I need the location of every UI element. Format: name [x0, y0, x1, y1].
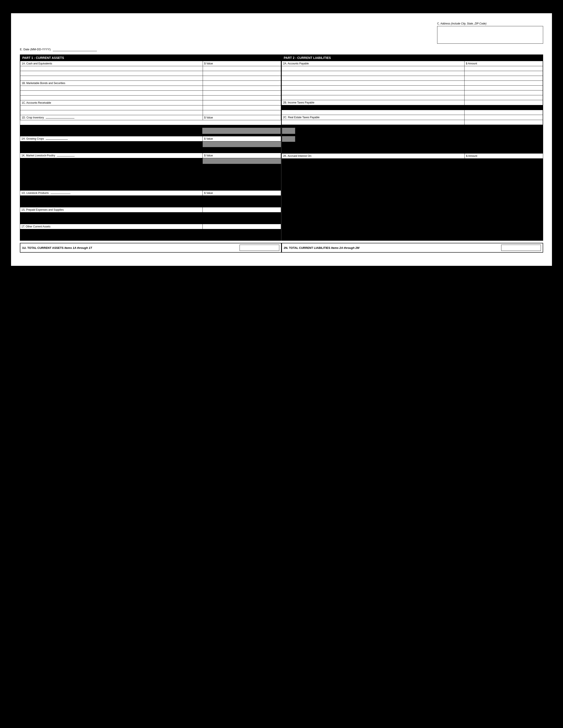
row-1s: 1S. Prepaid Expenses and Supplies: [20, 207, 281, 212]
row-2c-empty1: [282, 120, 543, 125]
part1-table: 1A. Cash and Equivalents $ Value 1B. Mar…: [20, 61, 281, 120]
row-1k-black: [20, 158, 281, 164]
label-1s: 1S. Prepaid Expenses and Supplies: [20, 207, 203, 212]
row-2a-empty7: [282, 95, 543, 100]
label-1h: 1H. Growing Crops: [20, 136, 203, 141]
right-1s: [282, 207, 543, 224]
row-1t-black: [20, 229, 281, 235]
left-1t: 1T. Other Current Assets: [20, 224, 282, 241]
row-2a-empty4: [282, 81, 543, 86]
label-2a: 2A. Accounts Payable: [282, 61, 465, 66]
label-1d: 1D. Crop Inventory: [20, 115, 203, 120]
table-1o: 1O. Livestock Products $ Value: [20, 190, 281, 207]
address-box[interactable]: [437, 26, 543, 44]
label-2b: 2B. Income Taxes Payable: [282, 100, 465, 105]
row-1h-black: [20, 141, 281, 147]
date-label: E. Date (MM-DD-YYYY): [20, 48, 51, 51]
row-2a-empty2: [282, 71, 543, 76]
section-1s: 1S. Prepaid Expenses and Supplies: [20, 207, 543, 224]
section-1t: 1T. Other Current Assets: [20, 224, 543, 241]
value-1k: $ Value: [203, 153, 281, 158]
right-1k: 2K. Accrued Interest On: $ Amount: [282, 153, 543, 164]
total-1u-label: 1U. TOTAL CURRENT ASSETS Items 1A throug…: [22, 246, 92, 250]
row-1b: 1B. Marketable Bonds and Securities: [20, 81, 281, 86]
row-1o-black2: [20, 201, 281, 207]
left-1k: 1K. Market Livestock-Poultry $ Value: [20, 153, 282, 164]
total-left: 1U. TOTAL CURRENT ASSETS Items 1A throug…: [20, 243, 282, 253]
value-1c: [203, 100, 281, 105]
row-1s-black: [20, 212, 281, 218]
left-black-1: [20, 127, 282, 136]
total-2n-italic: Items 2A through 2M: [331, 246, 360, 250]
row-1b-empty2: [20, 91, 281, 96]
address-label-italic: (Include City, State, ZIP Code): [451, 22, 486, 25]
date-row: E. Date (MM-DD-YYYY): [20, 47, 543, 51]
value-1o: $ Value: [203, 191, 281, 196]
row-2a: 2A. Accounts Payable $ Amount: [282, 61, 543, 66]
total-1u-box[interactable]: [239, 245, 279, 251]
black-spacer-2: [20, 173, 543, 182]
part2-table: 2A. Accounts Payable $ Amount 2B. Income…: [282, 61, 543, 125]
row-2a-empty1: [282, 66, 543, 71]
right-1t: [282, 224, 543, 241]
header-right: C. Address (Include City, State, ZIP Cod…: [437, 22, 543, 44]
part1-header: PART 1 - CURRENT ASSETS: [20, 55, 281, 61]
value-1s: [203, 207, 281, 212]
black-spacer-3: [20, 182, 543, 190]
row-1h-black2: [20, 147, 281, 153]
label-2k: 2K. Accrued Interest On:: [282, 154, 465, 159]
section-1d-2c-ext: [20, 125, 543, 136]
row-1t: 1T. Other Current Assets: [20, 224, 281, 229]
value-1d: $ Value: [203, 115, 281, 120]
row-1b-empty3: [20, 96, 281, 100]
row-1c: 1C. Accounts Receivable: [20, 100, 281, 105]
row-1b-empty1: [20, 86, 281, 91]
label-2c: 2C. Real Estate Taxes Payable: [282, 115, 465, 120]
table-1t: 1T. Other Current Assets: [20, 224, 281, 241]
row-1c-empty1: [20, 105, 281, 110]
page: C. Address (Include City, State, ZIP Cod…: [11, 13, 552, 266]
row-2b-empty1: [282, 110, 543, 115]
total-2n-label: 2N. TOTAL CURRENT LIABILITIES Items 2A t…: [284, 246, 360, 250]
label-1c: 1C. Accounts Receivable: [20, 100, 203, 105]
part2-header: PART 2 - CURRENT LIABILITIES: [282, 55, 543, 61]
label-1k: 1K. Market Livestock-Poultry: [20, 153, 203, 158]
value-1h: $ Value: [203, 136, 281, 141]
date-input[interactable]: [53, 47, 97, 51]
header-left: [20, 22, 433, 44]
row-2k: 2K. Accrued Interest On: $ Amount: [282, 154, 543, 159]
label-1t: 1T. Other Current Assets: [20, 224, 203, 229]
value-1b: [203, 81, 281, 86]
value-2a: $ Amount: [465, 61, 543, 66]
row-1o: 1O. Livestock Products $ Value: [20, 191, 281, 196]
row-1t-black2: [20, 235, 281, 241]
section-1h: 1H. Growing Crops $ Value: [20, 136, 543, 153]
label-1o: 1O. Livestock Products: [20, 191, 203, 196]
row-1h: 1H. Growing Crops $ Value: [20, 136, 281, 141]
row-1c-empty2: [20, 110, 281, 115]
section-1o: 1O. Livestock Products $ Value: [20, 190, 543, 207]
row-2b-black: [282, 105, 543, 110]
row-1a-empty2: [20, 71, 281, 76]
right-black-1: [282, 127, 543, 136]
row-2a-empty6: [282, 90, 543, 95]
label-1b: 1B. Marketable Bonds and Securities: [20, 81, 203, 86]
total-1u-italic: Items 1A through 1T: [64, 246, 92, 250]
main-layout: PART 1 - CURRENT ASSETS 1A. Cash and Equ…: [20, 54, 543, 125]
row-1a: 1A. Cash and Equivalents $ Value: [20, 61, 281, 66]
row-1o-black: [20, 196, 281, 201]
left-1s: 1S. Prepaid Expenses and Supplies: [20, 207, 282, 224]
row-1s-black2: [20, 218, 281, 224]
header-section: C. Address (Include City, State, ZIP Cod…: [20, 22, 543, 44]
section-1k: 1K. Market Livestock-Poultry $ Value 2K.…: [20, 153, 543, 164]
table-1k: 1K. Market Livestock-Poultry $ Value: [20, 153, 281, 164]
value-2b: [465, 100, 543, 105]
row-1d: 1D. Crop Inventory $ Value: [20, 115, 281, 120]
black-spacer-1: [20, 164, 543, 173]
row-2a-empty5: [282, 86, 543, 90]
row-2b: 2B. Income Taxes Payable: [282, 100, 543, 105]
part1-section: PART 1 - CURRENT ASSETS 1A. Cash and Equ…: [20, 55, 282, 125]
right-1h: [282, 136, 543, 153]
total-section: 1U. TOTAL CURRENT ASSETS Items 1A throug…: [20, 243, 543, 253]
total-2n-box[interactable]: [501, 245, 541, 251]
